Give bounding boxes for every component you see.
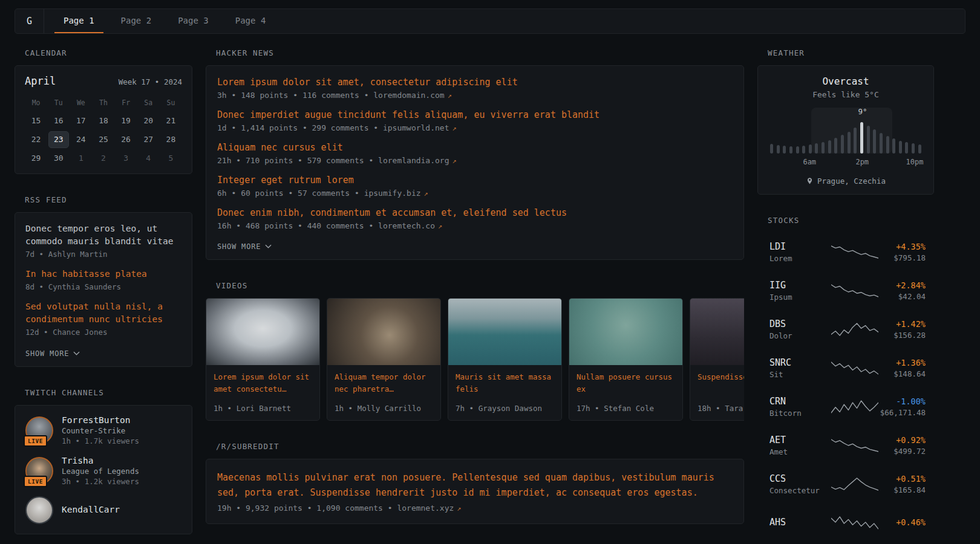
stock-quote: +0.92% $499.72 (893, 435, 926, 456)
stock-row: DBS Dolor +1.42% $156.28 (757, 310, 934, 349)
stock-row: AET Amet +0.92% $499.72 (757, 426, 934, 465)
news-item: Lorem ipsum dolor sit amet, consectetur … (217, 76, 733, 100)
reddit-post-title-link[interactable]: Maecenas mollis pulvinar erat non posuer… (217, 470, 733, 500)
calendar-week-label: Week 17 • 2024 (119, 77, 182, 86)
video-card[interactable]: Lorem ipsum dolor sit amet consectetu… 1… (206, 298, 320, 421)
video-card[interactable]: Mauris sit amet massa felis 7h • Grayson… (448, 298, 562, 421)
news-title-link[interactable]: Integer eget rutrum lorem (217, 173, 733, 187)
stock-change: +0.46% (896, 517, 926, 527)
calendar-header: April Week 17 • 2024 (25, 75, 182, 87)
rss-item-title-link[interactable]: Donec tempor eros leo, ut commodo mauris… (25, 222, 181, 248)
chevron-down-icon (265, 244, 272, 249)
video-title: Suspendisse diam (697, 371, 744, 383)
page-tab[interactable]: Page 3 (169, 9, 218, 33)
video-card[interactable]: Suspendisse diam 18h • Tara (690, 298, 744, 421)
stock-price: $156.28 (893, 331, 926, 340)
stock-name: Dolor (769, 331, 828, 340)
weather-bar (815, 143, 818, 154)
page-tab[interactable]: Page 4 (226, 9, 275, 33)
video-card-body: Nullam posuere cursus ex 17h • Stefan Co… (569, 365, 682, 420)
stock-change: -1.00% (896, 397, 926, 406)
video-title: Nullam posuere cursus ex (577, 371, 675, 395)
weekday-label: Th (92, 94, 114, 111)
weather-location: Prague, Czechia (768, 176, 924, 186)
calendar-day: 23 (48, 131, 69, 148)
news-title-link[interactable]: Donec imperdiet augue tincidunt felis al… (217, 108, 733, 121)
weather-bar (905, 142, 908, 154)
weather-bar (854, 128, 857, 154)
news-item: Aliquam nec cursus elit 21h • 710 points… (217, 141, 733, 165)
calendar-day: 1 (70, 149, 92, 167)
calendar-widget: CALENDAR April Week 17 • 2024 Mo Tu We T… (15, 48, 192, 174)
stock-row: SNRC Sit +1.36% $148.64 (757, 349, 934, 387)
stock-ticker: CRN (769, 396, 828, 407)
twitch-widget: TWITCH CHANNELS LIVE ForrestBurton Count… (15, 388, 192, 534)
weather-bar (789, 146, 792, 154)
calendar-day: 2 (92, 149, 114, 167)
twitch-channel[interactable]: LIVE Trisha League of Legends 3h • 1.2k … (25, 456, 181, 486)
hacker-news-widget: HACKER NEWS Lorem ipsum dolor sit amet, … (206, 48, 744, 260)
stock-sparkline (831, 283, 878, 299)
stock-identity: AHS (769, 517, 828, 529)
news-title-link[interactable]: Donec enim nibh, condimentum et accumsan… (217, 206, 733, 219)
stock-row: AHS +0.46% (757, 504, 934, 542)
stock-name: Ipsum (769, 293, 828, 302)
news-meta-text: 3h • 148 points • 116 comments • loremdo… (217, 91, 445, 100)
rss-item-title-link[interactable]: In hac habitasse platea (25, 268, 181, 280)
external-link-icon: ↗ (457, 504, 461, 513)
weekday-label: Su (160, 94, 182, 111)
weather-time-axis: 6am 2pm 10pm (770, 158, 921, 167)
videos-widget: VIDEOS Lorem ipsum dolor sit amet consec… (206, 281, 744, 421)
news-item: Donec imperdiet augue tincidunt felis al… (217, 108, 733, 132)
rss-item: Donec tempor eros leo, ut commodo mauris… (25, 222, 181, 259)
stock-quote: +0.46% (896, 517, 926, 529)
rss-items: Donec tempor eros leo, ut commodo mauris… (25, 222, 181, 337)
video-title: Mauris sit amet massa felis (456, 371, 554, 395)
stock-quote: +1.42% $156.28 (893, 319, 926, 340)
stock-sparkline (831, 476, 878, 492)
news-title-link[interactable]: Lorem ipsum dolor sit amet, consectetur … (217, 76, 733, 89)
calendar-day: 20 (137, 111, 160, 130)
page-tab[interactable]: Page 1 (54, 9, 103, 33)
weather-bar (822, 142, 825, 154)
weather-bar (867, 126, 870, 154)
weather-bar (912, 143, 915, 154)
rss-item-title-link[interactable]: Sed volutpat nulla nisl, a condimentum n… (25, 300, 181, 326)
calendar-widget-title: CALENDAR (25, 48, 192, 57)
external-link-icon: ↗ (448, 91, 452, 100)
video-card[interactable]: Aliquam tempor dolor nec pharetra… 1h • … (327, 298, 441, 421)
weather-bar (899, 141, 902, 154)
hn-show-more-button[interactable]: SHOW MORE (217, 242, 272, 251)
stock-price: $795.18 (893, 253, 926, 262)
twitch-card: LIVE ForrestBurton Counter-Strike 1h • 1… (15, 405, 192, 534)
stock-change: +0.92% (896, 435, 926, 445)
stock-change: +4.35% (896, 242, 926, 251)
calendar-day: 18 (92, 111, 114, 130)
weather-bar (770, 144, 773, 154)
page-tab[interactable]: Page 2 (112, 9, 161, 33)
twitch-channel[interactable]: LIVE ForrestBurton Counter-Strike 1h • 1… (25, 415, 181, 445)
weather-bar (796, 146, 799, 154)
stock-name: Amet (769, 447, 828, 456)
channel-info: Trisha League of Legends 3h • 1.2k viewe… (62, 456, 139, 486)
stock-sparkline (831, 438, 878, 453)
news-title-link[interactable]: Aliquam nec cursus elit (217, 141, 733, 154)
rss-show-more-button[interactable]: SHOW MORE (25, 349, 80, 358)
news-meta-text: 1d • 1,414 points • 299 comments • ipsum… (217, 123, 449, 132)
stocks-widget: STOCKS LDI Lorem +4.35% $795.18 (757, 216, 934, 542)
dashboard-content: CALENDAR April Week 17 • 2024 Mo Tu We T… (0, 48, 980, 544)
video-card[interactable]: Nullam posuere cursus ex 17h • Stefan Co… (569, 298, 683, 421)
channel-name: KendallCarr (62, 505, 120, 514)
stock-identity: DBS Dolor (769, 319, 828, 340)
show-more-label: SHOW MORE (217, 242, 261, 251)
twitch-widget-title: TWITCH CHANNELS (25, 388, 192, 397)
avatar-image (25, 496, 53, 524)
external-link-icon: ↗ (424, 189, 428, 198)
weather-bar (777, 145, 780, 154)
twitch-channel[interactable]: KendallCarr (25, 496, 181, 524)
videos-row: Lorem ipsum dolor sit amet consectetu… 1… (206, 298, 744, 421)
stock-identity: SNRC Sit (769, 357, 828, 379)
weather-bar (809, 144, 812, 154)
stock-ticker: LDI (769, 241, 828, 252)
stocks-widget-title: STOCKS (768, 216, 934, 225)
